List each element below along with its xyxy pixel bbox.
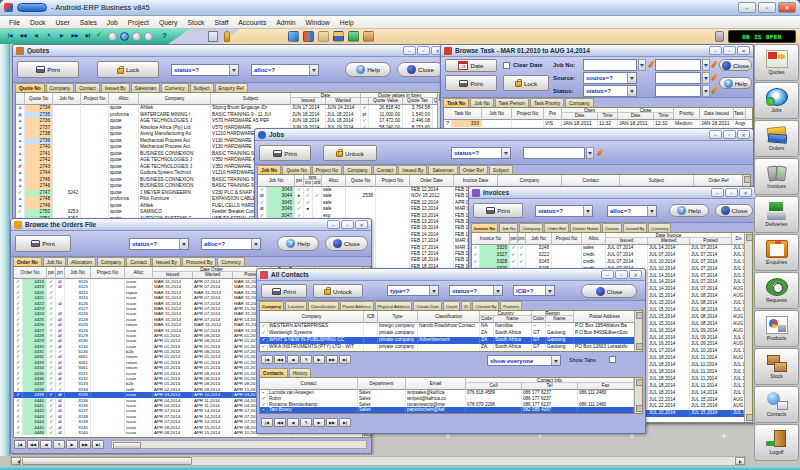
record-nav-button[interactable]: ↰ [300,418,312,427]
microphone-icon[interactable] [224,31,230,42]
tab[interactable]: Task Priority [530,98,564,107]
tab[interactable]: Partners [500,301,522,310]
window-control-button[interactable]: ✕ [629,270,642,279]
menu-item[interactable]: Admin [271,19,300,26]
tab[interactable]: Classification [308,301,339,310]
record-nav-button[interactable]: |◀ [14,440,26,449]
record-nav-button[interactable]: ◀◀ [274,418,286,427]
invoices-window-titlebar[interactable]: Invoices –▫✕ [469,187,755,199]
status-filter[interactable]: status=? [535,205,593,217]
window-control-button[interactable]: ✕ [355,220,368,229]
window-control-button[interactable]: – [601,270,614,279]
menu-item[interactable]: Staff [209,19,233,26]
menu-item[interactable]: Query [154,19,183,26]
menu-item[interactable]: Stock [182,19,209,26]
tab[interactable]: Postal Address [340,301,374,310]
menu-item[interactable]: Help [335,19,359,26]
contacts-window-titlebar[interactable]: All Contacts –▫✕ [257,269,645,281]
tab[interactable]: ID [461,301,471,310]
show-filter[interactable]: show everyone [487,355,561,366]
menu-item[interactable]: Accounts [233,19,271,26]
tab[interactable]: Contact [126,257,151,266]
window-control-button[interactable]: ▫ [615,270,628,279]
horizontal-scrollbar[interactable] [111,440,367,449]
tab[interactable]: Company [519,223,543,232]
window-control-button[interactable]: – [709,46,722,55]
close-button[interactable]: Close [715,204,753,217]
dropdown-arrow-icon[interactable] [702,72,710,84]
window-control-button[interactable]: – [711,188,724,197]
dropdown-arrow-icon[interactable] [647,206,656,216]
vertical-scrollbar[interactable] [634,311,642,351]
tab[interactable]: Company [46,83,75,92]
alloc-filter[interactable]: alloc=? [251,64,319,76]
dropdown-arrow-icon[interactable] [702,59,710,71]
menu-item[interactable]: Dock [25,19,51,26]
record-nav-button[interactable]: |◀ [261,418,273,427]
table-row[interactable]: ▪ Tani Bovey Sales papetrochem@kaf 082 0… [260,407,642,413]
quotes-window-titlebar[interactable]: Quotes –▫✕ [13,45,447,57]
tab[interactable]: Contact [373,165,398,174]
tab[interactable]: Invoice No [471,223,498,232]
help-button[interactable]: ?Help [669,204,709,217]
record-nav-button[interactable]: ↰ [53,440,65,449]
status-filter[interactable]: status=? [583,85,637,97]
sidebar-item[interactable]: Products [754,310,799,347]
record-nav-button[interactable]: ↰ [300,355,312,364]
source-filter[interactable]: source=? [583,72,637,84]
sidebar-item[interactable]: Enquiries [754,234,799,271]
tab[interactable]: Job No [499,223,518,232]
scroll-right-icon[interactable] [735,457,745,465]
jobno-input[interactable] [583,59,637,71]
record-nav-button[interactable]: ▶▶ [326,418,338,427]
help-button[interactable]: ?Help [719,77,752,89]
tab[interactable]: Currency [217,257,244,266]
unlock-button[interactable]: Unlock [313,284,363,298]
dropdown-arrow-icon[interactable] [638,59,646,71]
menu-item[interactable]: File [4,19,25,26]
help-button[interactable]: ?Help [277,236,319,251]
type-filter[interactable]: type=? [387,285,439,296]
dropdown-arrow-icon[interactable] [501,148,510,158]
tab[interactable]: Job No [257,165,281,174]
maximize-button[interactable]: ▫ [758,2,776,13]
sidebar-item[interactable]: Jobs [754,82,799,119]
tab[interactable]: Quote No [15,83,45,92]
tab[interactable]: Deliver Name [570,223,601,232]
show-tabs-checkbox[interactable] [609,356,616,363]
tab[interactable]: Contacts [259,368,288,377]
tab[interactable]: Order Ref [459,165,488,174]
tab[interactable]: Issued By [398,165,427,174]
toolbar-icon[interactable] [333,31,344,42]
record-nav-button[interactable]: ▶ [313,355,325,364]
table-row[interactable]: ✓ 3328 ✓ ✓ 3245 credit JUL 07,2014 JUL 1… [472,259,752,266]
record-nav-button[interactable]: ◀◀ [274,355,286,364]
lock-button[interactable]: Lock [503,75,549,91]
sidebar-item[interactable]: Quotes [754,44,799,81]
confirm-icon[interactable]: ✓ [96,31,102,39]
alloc-filter[interactable]: alloc=? [607,205,657,217]
undo-icon[interactable] [132,32,141,41]
vertical-scrollbar[interactable] [744,233,752,422]
alloc-filter[interactable]: alloc=? [201,238,261,250]
calculator-icon[interactable] [208,31,218,42]
tab[interactable]: Create Date [413,301,442,310]
menu-item[interactable]: User [50,19,74,26]
action-icon[interactable] [108,32,117,41]
record-nav-button[interactable]: |◀ [4,31,16,42]
sidebar-item[interactable]: Orders [754,120,799,157]
table-row[interactable]: ? 333 VIS JAN 18,2011 11:32 JAN 18,2011 … [444,120,752,127]
tab[interactable]: Company [259,301,284,310]
sidebar-item[interactable]: Contacts [754,386,799,423]
tab[interactable]: Quote No [282,165,311,174]
sidebar-item[interactable]: Stock [754,348,799,385]
tab[interactable]: Subject [489,165,513,174]
tab[interactable]: Allocation [67,257,96,266]
window-control-button[interactable]: ▫ [723,130,736,139]
record-nav-button[interactable]: ▶ [66,440,78,449]
tab[interactable]: Project No [312,165,342,174]
menu-item[interactable]: Sales [75,19,102,26]
window-control-button[interactable]: ▫ [723,46,736,55]
minimize-button[interactable]: – [738,2,756,13]
record-nav-button[interactable]: ▶▶ [79,440,91,449]
